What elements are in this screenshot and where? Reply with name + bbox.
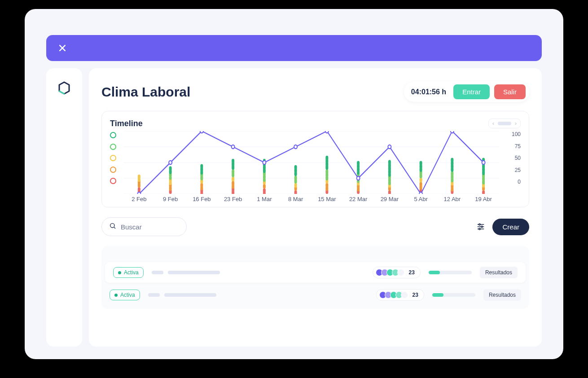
row-title-placeholder [152, 271, 220, 274]
chart-x-axis: 2 Feb9 Feb16 Feb23 Feb1 Mar8 Mar15 Mar22… [123, 196, 499, 202]
results-button[interactable]: Resultados [480, 267, 518, 278]
status-dot-icon [118, 271, 121, 274]
x-tick: 8 Mar [280, 196, 312, 202]
exit-button[interactable]: Salir [494, 84, 526, 99]
x-tick: 22 Mar [342, 196, 374, 202]
create-button[interactable]: Crear [492, 219, 529, 235]
search-icon [109, 222, 116, 231]
svg-point-66 [169, 161, 172, 164]
svg-point-68 [232, 145, 235, 149]
svg-point-77 [110, 224, 114, 228]
list-header-spacer [101, 250, 529, 260]
svg-point-82 [481, 226, 483, 227]
svg-point-80 [479, 224, 480, 225]
mood-legend [110, 131, 120, 194]
filter-icon[interactable] [476, 222, 485, 231]
svg-point-74 [419, 192, 422, 194]
top-banner [46, 35, 542, 61]
main-panel: Clima Laboral 04:01:56 h Entrar Salir Ti… [89, 68, 542, 347]
y-tick: 25 [503, 167, 521, 173]
x-tick: 19 Abr [468, 196, 499, 202]
clock-controls: 04:01:56 h Entrar Salir [404, 82, 529, 102]
mood-very-happy-icon [110, 132, 116, 138]
status-dot-icon [114, 294, 118, 297]
status-badge: Activa [110, 290, 140, 300]
pager-indicator [498, 122, 511, 125]
survey-row[interactable]: Activa 23 Resultados [101, 285, 529, 305]
progress-bar [432, 293, 475, 297]
toolbar-right: Crear [476, 219, 529, 235]
progress-bar [429, 271, 472, 274]
chart-pager: ‹ › [488, 119, 521, 128]
svg-point-75 [451, 131, 454, 133]
chart-header: Timeline ‹ › [110, 119, 521, 128]
svg-point-84 [479, 228, 480, 229]
chevron-left-icon[interactable]: ‹ [491, 120, 495, 127]
x-tick: 23 Feb [217, 196, 249, 202]
clock-time: 04:01:56 h [411, 88, 446, 96]
status-badge: Activa [113, 267, 144, 278]
search-field[interactable] [101, 217, 187, 236]
svg-point-67 [200, 131, 203, 133]
x-tick: 12 Abr [437, 196, 468, 202]
status-label: Activa [120, 292, 135, 298]
mood-very-unhappy-icon [110, 178, 116, 184]
page-header: Clima Laboral 04:01:56 h Entrar Salir [101, 82, 529, 102]
list-toolbar: Crear [101, 217, 529, 236]
x-tick: 5 Abr [405, 196, 437, 202]
y-tick: 50 [503, 155, 521, 161]
x-tick: 29 Mar [374, 196, 405, 202]
x-tick: 1 Mar [249, 196, 280, 202]
participants-pill: 23 [373, 267, 421, 278]
y-tick: 100 [503, 131, 521, 137]
survey-list: Activa 23 Resultados Activa [101, 246, 529, 309]
app-logo-icon [57, 81, 71, 97]
status-label: Activa [124, 269, 139, 276]
x-tick: 16 Feb [186, 196, 218, 202]
results-button[interactable]: Resultados [483, 289, 521, 301]
enter-button[interactable]: Entrar [453, 84, 490, 99]
svg-point-72 [357, 176, 360, 180]
avatar-stack-icon [376, 269, 404, 276]
chart-y-axis: 1007550250 [503, 131, 521, 185]
mood-unhappy-icon [110, 167, 116, 173]
chart-body: 2 Feb9 Feb16 Feb23 Feb1 Mar8 Mar15 Mar22… [110, 131, 521, 202]
y-tick: 75 [503, 143, 521, 149]
svg-point-71 [325, 131, 329, 133]
sidebar [46, 68, 82, 347]
chevron-right-icon[interactable]: › [514, 120, 518, 127]
participants-count: 23 [409, 269, 415, 276]
mood-happy-icon [110, 144, 116, 150]
y-tick: 0 [503, 179, 521, 185]
svg-point-70 [294, 145, 297, 149]
survey-row[interactable]: Activa 23 Resultados [105, 262, 526, 283]
search-input[interactable] [121, 223, 179, 231]
svg-point-69 [263, 161, 266, 164]
chart-title: Timeline [110, 119, 143, 128]
participants-pill: 23 [376, 289, 424, 301]
avatar-stack-icon [379, 291, 408, 299]
chart-plot-area: 2 Feb9 Feb16 Feb23 Feb1 Mar8 Mar15 Mar22… [123, 131, 499, 202]
mood-neutral-icon [110, 155, 116, 161]
x-tick: 2 Feb [123, 196, 155, 202]
participants-count: 23 [412, 292, 418, 298]
row-title-placeholder [148, 293, 216, 297]
svg-line-78 [114, 227, 115, 229]
close-icon[interactable] [54, 40, 70, 56]
svg-point-73 [388, 145, 391, 149]
page-title: Clima Laboral [101, 84, 190, 100]
svg-point-76 [482, 161, 485, 164]
x-tick: 9 Feb [155, 196, 186, 202]
svg-point-65 [137, 192, 140, 194]
x-tick: 15 Mar [312, 196, 343, 202]
timeline-chart-card: Timeline ‹ › 2 Feb9 Feb16 Feb23 Feb1 Mar… [101, 111, 529, 207]
